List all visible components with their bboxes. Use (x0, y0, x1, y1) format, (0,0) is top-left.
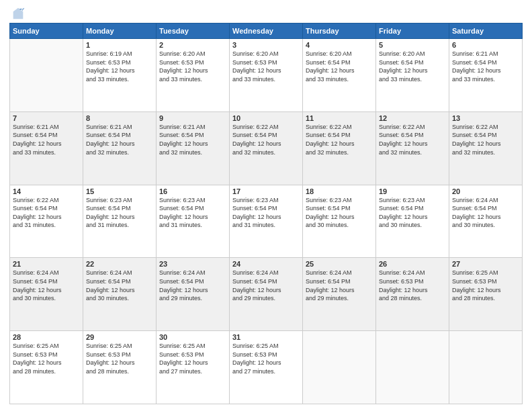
calendar-day-cell: 1Sunrise: 6:19 AM Sunset: 6:53 PM Daylig… (83, 39, 157, 112)
calendar-header-cell: Monday (83, 24, 157, 39)
calendar-day-cell: 7Sunrise: 6:21 AM Sunset: 6:54 PM Daylig… (10, 111, 83, 185)
day-info: Sunrise: 6:24 AM Sunset: 6:54 PM Dayligh… (232, 269, 300, 302)
calendar-day-cell: 18Sunrise: 6:23 AM Sunset: 6:54 PM Dayli… (303, 185, 376, 258)
day-info: Sunrise: 6:25 AM Sunset: 6:53 PM Dayligh… (13, 342, 80, 375)
calendar-day-cell: 10Sunrise: 6:22 AM Sunset: 6:54 PM Dayli… (230, 111, 303, 185)
calendar-day-cell (303, 331, 376, 404)
day-number: 22 (86, 260, 153, 268)
day-info: Sunrise: 6:25 AM Sunset: 6:53 PM Dayligh… (159, 342, 226, 375)
day-number: 13 (452, 114, 519, 122)
day-number: 29 (86, 333, 153, 341)
day-info: Sunrise: 6:21 AM Sunset: 6:54 PM Dayligh… (452, 50, 519, 83)
day-number: 20 (452, 187, 519, 195)
day-info: Sunrise: 6:24 AM Sunset: 6:54 PM Dayligh… (306, 269, 373, 302)
day-number: 9 (159, 114, 226, 122)
calendar-day-cell: 24Sunrise: 6:24 AM Sunset: 6:54 PM Dayli… (230, 258, 303, 331)
day-info: Sunrise: 6:21 AM Sunset: 6:54 PM Dayligh… (13, 123, 80, 156)
calendar-day-cell: 2Sunrise: 6:20 AM Sunset: 6:53 PM Daylig… (157, 39, 230, 112)
day-number: 1 (86, 41, 153, 49)
calendar-day-cell: 26Sunrise: 6:24 AM Sunset: 6:53 PM Dayli… (376, 258, 449, 331)
day-number: 3 (232, 41, 300, 49)
day-number: 31 (232, 333, 300, 341)
calendar-day-cell (449, 331, 523, 404)
day-number: 16 (159, 187, 226, 195)
day-info: Sunrise: 6:22 AM Sunset: 6:54 PM Dayligh… (13, 196, 80, 230)
calendar-week-row: 7Sunrise: 6:21 AM Sunset: 6:54 PM Daylig… (10, 111, 523, 185)
day-number: 28 (13, 333, 80, 341)
day-info: Sunrise: 6:25 AM Sunset: 6:53 PM Dayligh… (86, 342, 153, 375)
day-info: Sunrise: 6:22 AM Sunset: 6:54 PM Dayligh… (306, 123, 373, 156)
calendar-week-row: 1Sunrise: 6:19 AM Sunset: 6:53 PM Daylig… (10, 39, 523, 112)
day-info: Sunrise: 6:21 AM Sunset: 6:54 PM Dayligh… (159, 123, 226, 156)
day-number: 14 (13, 187, 80, 195)
day-number: 8 (86, 114, 153, 122)
day-info: Sunrise: 6:22 AM Sunset: 6:54 PM Dayligh… (452, 123, 519, 156)
day-number: 23 (159, 260, 226, 268)
day-number: 17 (232, 187, 300, 195)
day-number: 7 (13, 114, 80, 122)
calendar-day-cell: 22Sunrise: 6:24 AM Sunset: 6:54 PM Dayli… (83, 258, 157, 331)
day-info: Sunrise: 6:21 AM Sunset: 6:54 PM Dayligh… (86, 123, 153, 156)
calendar-day-cell: 12Sunrise: 6:22 AM Sunset: 6:54 PM Dayli… (376, 111, 449, 185)
calendar-day-cell: 11Sunrise: 6:22 AM Sunset: 6:54 PM Dayli… (303, 111, 376, 185)
calendar-header-cell: Saturday (449, 24, 523, 39)
calendar-day-cell: 31Sunrise: 6:25 AM Sunset: 6:53 PM Dayli… (230, 331, 303, 404)
day-info: Sunrise: 6:20 AM Sunset: 6:53 PM Dayligh… (232, 50, 300, 83)
calendar-day-cell: 13Sunrise: 6:22 AM Sunset: 6:54 PM Dayli… (449, 111, 523, 185)
calendar-day-cell: 8Sunrise: 6:21 AM Sunset: 6:54 PM Daylig… (83, 111, 157, 185)
calendar-header-cell: Thursday (303, 24, 376, 39)
day-number: 2 (159, 41, 226, 49)
calendar-day-cell: 16Sunrise: 6:23 AM Sunset: 6:54 PM Dayli… (157, 185, 230, 258)
day-info: Sunrise: 6:24 AM Sunset: 6:54 PM Dayligh… (159, 269, 226, 302)
logo (9, 7, 26, 19)
calendar-body: 1Sunrise: 6:19 AM Sunset: 6:53 PM Daylig… (10, 39, 523, 404)
day-info: Sunrise: 6:24 AM Sunset: 6:54 PM Dayligh… (86, 269, 153, 302)
day-info: Sunrise: 6:24 AM Sunset: 6:54 PM Dayligh… (452, 196, 519, 230)
day-info: Sunrise: 6:25 AM Sunset: 6:53 PM Dayligh… (232, 342, 300, 375)
day-info: Sunrise: 6:23 AM Sunset: 6:54 PM Dayligh… (379, 196, 446, 230)
day-info: Sunrise: 6:25 AM Sunset: 6:53 PM Dayligh… (452, 269, 519, 302)
calendar-week-row: 28Sunrise: 6:25 AM Sunset: 6:53 PM Dayli… (10, 331, 523, 404)
calendar-header-cell: Tuesday (157, 24, 230, 39)
calendar-day-cell: 19Sunrise: 6:23 AM Sunset: 6:54 PM Dayli… (376, 185, 449, 258)
day-info: Sunrise: 6:20 AM Sunset: 6:54 PM Dayligh… (306, 50, 373, 83)
calendar-day-cell: 15Sunrise: 6:23 AM Sunset: 6:54 PM Dayli… (83, 185, 157, 258)
day-number: 4 (306, 41, 373, 49)
calendar-day-cell: 6Sunrise: 6:21 AM Sunset: 6:54 PM Daylig… (449, 39, 523, 112)
day-number: 26 (379, 260, 446, 268)
calendar-day-cell: 29Sunrise: 6:25 AM Sunset: 6:53 PM Dayli… (83, 331, 157, 404)
day-info: Sunrise: 6:23 AM Sunset: 6:54 PM Dayligh… (306, 196, 373, 230)
calendar-day-cell: 5Sunrise: 6:20 AM Sunset: 6:54 PM Daylig… (376, 39, 449, 112)
page: SundayMondayTuesdayWednesdayThursdayFrid… (0, 0, 532, 411)
day-info: Sunrise: 6:24 AM Sunset: 6:53 PM Dayligh… (379, 269, 446, 302)
calendar-day-cell: 20Sunrise: 6:24 AM Sunset: 6:54 PM Dayli… (449, 185, 523, 258)
day-info: Sunrise: 6:23 AM Sunset: 6:54 PM Dayligh… (159, 196, 226, 230)
day-number: 12 (379, 114, 446, 122)
calendar-day-cell: 14Sunrise: 6:22 AM Sunset: 6:54 PM Dayli… (10, 185, 83, 258)
day-number: 21 (13, 260, 80, 268)
calendar-day-cell: 27Sunrise: 6:25 AM Sunset: 6:53 PM Dayli… (449, 258, 523, 331)
calendar-day-cell: 4Sunrise: 6:20 AM Sunset: 6:54 PM Daylig… (303, 39, 376, 112)
day-number: 25 (306, 260, 373, 268)
day-info: Sunrise: 6:23 AM Sunset: 6:54 PM Dayligh… (86, 196, 153, 230)
calendar-day-cell: 3Sunrise: 6:20 AM Sunset: 6:53 PM Daylig… (230, 39, 303, 112)
day-info: Sunrise: 6:24 AM Sunset: 6:54 PM Dayligh… (13, 269, 80, 302)
calendar-week-row: 21Sunrise: 6:24 AM Sunset: 6:54 PM Dayli… (10, 258, 523, 331)
day-number: 18 (306, 187, 373, 195)
day-number: 6 (452, 41, 519, 49)
day-info: Sunrise: 6:20 AM Sunset: 6:53 PM Dayligh… (159, 50, 226, 83)
day-number: 5 (379, 41, 446, 49)
day-info: Sunrise: 6:19 AM Sunset: 6:53 PM Dayligh… (86, 50, 153, 83)
calendar-day-cell: 21Sunrise: 6:24 AM Sunset: 6:54 PM Dayli… (10, 258, 83, 331)
day-info: Sunrise: 6:20 AM Sunset: 6:54 PM Dayligh… (379, 50, 446, 83)
header (9, 7, 523, 19)
calendar-header-cell: Wednesday (230, 24, 303, 39)
day-number: 15 (86, 187, 153, 195)
calendar-week-row: 14Sunrise: 6:22 AM Sunset: 6:54 PM Dayli… (10, 185, 523, 258)
day-number: 10 (232, 114, 300, 122)
calendar-day-cell: 17Sunrise: 6:23 AM Sunset: 6:54 PM Dayli… (230, 185, 303, 258)
day-number: 30 (159, 333, 226, 341)
calendar-table: SundayMondayTuesdayWednesdayThursdayFrid… (9, 23, 523, 404)
day-number: 27 (452, 260, 519, 268)
day-number: 19 (379, 187, 446, 195)
